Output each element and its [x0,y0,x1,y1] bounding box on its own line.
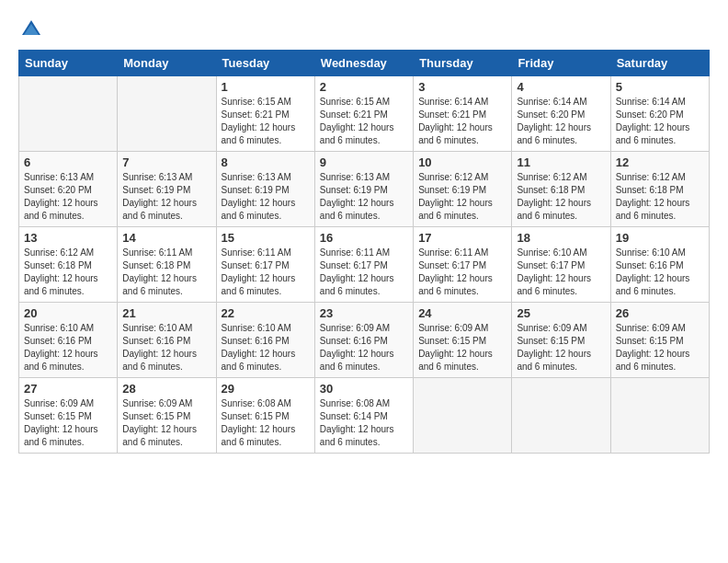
day-info: Sunrise: 6:14 AM Sunset: 6:21 PM Dayligh… [418,96,506,147]
calendar-cell: 25Sunrise: 6:09 AM Sunset: 6:15 PM Dayli… [512,303,610,378]
day-number: 30 [320,382,408,396]
day-info: Sunrise: 6:09 AM Sunset: 6:15 PM Dayligh… [122,397,210,449]
logo-icon [20,18,42,40]
day-number: 16 [320,231,408,245]
calendar-cell: 14Sunrise: 6:11 AM Sunset: 6:18 PM Dayli… [118,227,216,303]
day-number: 27 [24,382,112,396]
day-number: 28 [122,382,210,396]
calendar-cell: 16Sunrise: 6:11 AM Sunset: 6:17 PM Dayli… [314,227,413,303]
calendar-cell: 6Sunrise: 6:13 AM Sunset: 6:20 PM Daylig… [19,152,118,227]
day-info: Sunrise: 6:15 AM Sunset: 6:21 PM Dayligh… [222,96,310,147]
page-header [18,18,710,40]
calendar-cell: 21Sunrise: 6:10 AM Sunset: 6:16 PM Dayli… [118,303,216,378]
calendar-cell [610,378,709,454]
day-number: 2 [320,80,408,94]
day-info: Sunrise: 6:13 AM Sunset: 6:20 PM Dayligh… [24,171,112,223]
day-number: 7 [122,155,210,169]
day-number: 21 [122,306,210,320]
day-number: 22 [222,306,310,320]
calendar-cell [19,76,118,152]
calendar-header-thursday: Thursday [414,51,512,76]
day-info: Sunrise: 6:13 AM Sunset: 6:19 PM Dayligh… [122,171,210,223]
day-number: 14 [122,231,210,245]
day-number: 12 [616,155,704,169]
day-number: 11 [517,155,605,169]
calendar-cell: 13Sunrise: 6:12 AM Sunset: 6:18 PM Dayli… [19,227,118,303]
calendar-header-tuesday: Tuesday [216,51,314,76]
day-info: Sunrise: 6:15 AM Sunset: 6:21 PM Dayligh… [320,96,408,147]
day-number: 9 [320,155,408,169]
day-info: Sunrise: 6:08 AM Sunset: 6:15 PM Dayligh… [222,397,310,449]
day-number: 19 [616,231,704,245]
calendar-header-friday: Friday [512,51,610,76]
calendar-cell: 17Sunrise: 6:11 AM Sunset: 6:17 PM Dayli… [414,227,512,303]
calendar-cell: 18Sunrise: 6:10 AM Sunset: 6:17 PM Dayli… [512,227,610,303]
calendar-cell: 2Sunrise: 6:15 AM Sunset: 6:21 PM Daylig… [314,76,413,152]
calendar-cell: 11Sunrise: 6:12 AM Sunset: 6:18 PM Dayli… [512,152,610,227]
calendar-cell: 29Sunrise: 6:08 AM Sunset: 6:15 PM Dayli… [216,378,314,454]
day-info: Sunrise: 6:10 AM Sunset: 6:16 PM Dayligh… [616,247,704,298]
calendar-cell: 7Sunrise: 6:13 AM Sunset: 6:19 PM Daylig… [118,152,216,227]
day-info: Sunrise: 6:13 AM Sunset: 6:19 PM Dayligh… [222,171,310,223]
calendar-cell: 24Sunrise: 6:09 AM Sunset: 6:15 PM Dayli… [414,303,512,378]
calendar-cell: 30Sunrise: 6:08 AM Sunset: 6:14 PM Dayli… [314,378,413,454]
calendar-week-1: 1Sunrise: 6:15 AM Sunset: 6:21 PM Daylig… [19,76,710,152]
day-info: Sunrise: 6:09 AM Sunset: 6:16 PM Dayligh… [320,322,408,373]
day-number: 17 [418,231,506,245]
calendar-cell [118,76,216,152]
day-info: Sunrise: 6:11 AM Sunset: 6:17 PM Dayligh… [320,247,408,298]
day-info: Sunrise: 6:14 AM Sunset: 6:20 PM Dayligh… [517,96,605,147]
calendar-cell: 3Sunrise: 6:14 AM Sunset: 6:21 PM Daylig… [414,76,512,152]
calendar-cell: 22Sunrise: 6:10 AM Sunset: 6:16 PM Dayli… [216,303,314,378]
day-info: Sunrise: 6:11 AM Sunset: 6:17 PM Dayligh… [418,247,506,298]
calendar-week-4: 20Sunrise: 6:10 AM Sunset: 6:16 PM Dayli… [19,303,710,378]
day-info: Sunrise: 6:10 AM Sunset: 6:17 PM Dayligh… [517,247,605,298]
day-number: 29 [222,382,310,396]
calendar-table: SundayMondayTuesdayWednesdayThursdayFrid… [18,50,710,454]
calendar-cell: 5Sunrise: 6:14 AM Sunset: 6:20 PM Daylig… [610,76,709,152]
calendar-cell: 12Sunrise: 6:12 AM Sunset: 6:18 PM Dayli… [610,152,709,227]
day-info: Sunrise: 6:09 AM Sunset: 6:15 PM Dayligh… [24,397,112,449]
day-number: 13 [24,231,112,245]
day-info: Sunrise: 6:10 AM Sunset: 6:16 PM Dayligh… [122,322,210,373]
day-info: Sunrise: 6:12 AM Sunset: 6:18 PM Dayligh… [616,171,704,223]
day-number: 15 [222,231,310,245]
day-number: 4 [517,80,605,94]
calendar-week-5: 27Sunrise: 6:09 AM Sunset: 6:15 PM Dayli… [19,378,710,454]
day-number: 3 [418,80,506,94]
calendar-cell: 4Sunrise: 6:14 AM Sunset: 6:20 PM Daylig… [512,76,610,152]
calendar-cell: 23Sunrise: 6:09 AM Sunset: 6:16 PM Dayli… [314,303,413,378]
calendar-cell: 20Sunrise: 6:10 AM Sunset: 6:16 PM Dayli… [19,303,118,378]
day-info: Sunrise: 6:14 AM Sunset: 6:20 PM Dayligh… [616,96,704,147]
day-number: 10 [418,155,506,169]
calendar-cell: 28Sunrise: 6:09 AM Sunset: 6:15 PM Dayli… [118,378,216,454]
day-number: 26 [616,306,704,320]
day-info: Sunrise: 6:08 AM Sunset: 6:14 PM Dayligh… [320,397,408,449]
day-number: 8 [222,155,310,169]
calendar-cell: 9Sunrise: 6:13 AM Sunset: 6:19 PM Daylig… [314,152,413,227]
calendar-cell: 15Sunrise: 6:11 AM Sunset: 6:17 PM Dayli… [216,227,314,303]
calendar-header-saturday: Saturday [610,51,709,76]
calendar-header-monday: Monday [118,51,216,76]
day-info: Sunrise: 6:10 AM Sunset: 6:16 PM Dayligh… [24,322,112,373]
day-number: 6 [24,155,112,169]
calendar-cell [414,378,512,454]
day-info: Sunrise: 6:12 AM Sunset: 6:18 PM Dayligh… [517,171,605,223]
calendar-cell: 27Sunrise: 6:09 AM Sunset: 6:15 PM Dayli… [19,378,118,454]
day-number: 25 [517,306,605,320]
calendar-cell: 1Sunrise: 6:15 AM Sunset: 6:21 PM Daylig… [216,76,314,152]
calendar-cell: 10Sunrise: 6:12 AM Sunset: 6:19 PM Dayli… [414,152,512,227]
day-number: 20 [24,306,112,320]
calendar-header-sunday: Sunday [19,51,118,76]
day-info: Sunrise: 6:12 AM Sunset: 6:18 PM Dayligh… [24,247,112,298]
day-number: 1 [222,80,310,94]
day-info: Sunrise: 6:12 AM Sunset: 6:19 PM Dayligh… [418,171,506,223]
calendar-cell: 26Sunrise: 6:09 AM Sunset: 6:15 PM Dayli… [610,303,709,378]
calendar-week-3: 13Sunrise: 6:12 AM Sunset: 6:18 PM Dayli… [19,227,710,303]
calendar-cell [512,378,610,454]
calendar-cell: 8Sunrise: 6:13 AM Sunset: 6:19 PM Daylig… [216,152,314,227]
day-number: 18 [517,231,605,245]
calendar-header-wednesday: Wednesday [314,51,413,76]
day-number: 23 [320,306,408,320]
day-info: Sunrise: 6:11 AM Sunset: 6:18 PM Dayligh… [122,247,210,298]
